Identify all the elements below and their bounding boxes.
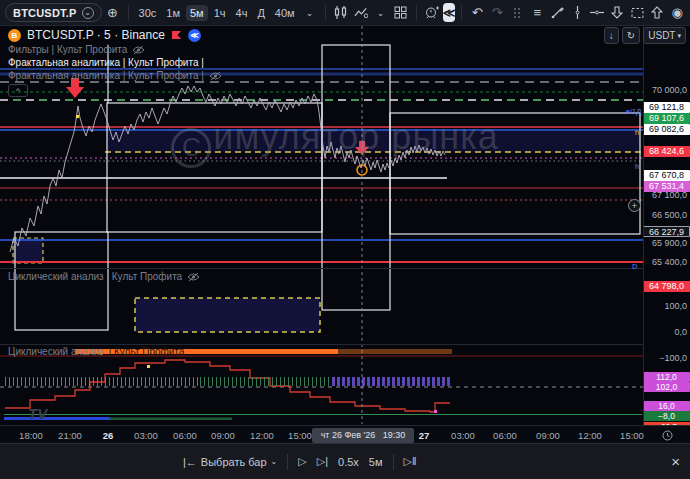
time-label: 06:00 — [493, 430, 517, 441]
brush-icon — [551, 6, 564, 19]
bar-replay-button-active[interactable]: ≪ — [443, 3, 456, 22]
ribbon-olive — [5, 377, 200, 386]
simulator-watermark: Симулятор рынка — [100, 116, 570, 168]
layout-grid-button[interactable] — [392, 3, 410, 23]
eye-hidden-icon[interactable] — [187, 272, 200, 282]
time-axis[interactable]: 18:00 21:00 26 03:00 06:00 09:00 12:00 1… — [0, 425, 690, 443]
price-badge-white: 69 121,8 — [643, 102, 690, 113]
chart-legend: B BTCUSDT.P · 5 · Binance ≪ Фильтры | Ку… — [8, 27, 222, 82]
interval-1d[interactable]: Д — [253, 5, 268, 21]
pane2-legend[interactable]: Циклический анализ | Культ Профита — [8, 271, 200, 282]
interval-30s[interactable]: 30с — [135, 5, 161, 21]
time-label: 15:00 — [288, 430, 312, 441]
legend-indicator-filters[interactable]: Фильтры | Культ Профита — [8, 43, 222, 56]
chart-header-buttons: ↓ ↻ USDT ▾ — [604, 27, 686, 44]
arrow-up-tool-button[interactable] — [648, 3, 666, 23]
indicator-label: Циклический анализ | Культ Профита — [8, 271, 182, 282]
redo-button[interactable]: ↷ — [488, 3, 506, 23]
marquee-tool-button[interactable] — [628, 3, 646, 23]
timezone-clock-icon[interactable] — [662, 430, 673, 441]
symbol-menu-icon[interactable]: ⌄ — [82, 7, 94, 19]
currency-selector-button[interactable]: USDT ▾ — [643, 27, 686, 44]
candlestick-price-path — [10, 86, 445, 252]
chart-type-button[interactable] — [332, 3, 350, 23]
replay-interval-button[interactable]: 5м — [369, 456, 383, 468]
candles-icon — [334, 6, 347, 19]
cycle-step-line — [5, 360, 450, 412]
time-label: 12:00 — [250, 430, 274, 441]
watermark-text: имулятор рынка — [213, 116, 498, 157]
speed-button[interactable]: 0.5x — [338, 456, 359, 468]
indicators-button[interactable] — [352, 3, 370, 23]
replay-mode-badge-icon: ≪ — [188, 29, 201, 42]
vertical-line-tool-button[interactable] — [568, 3, 586, 23]
scale-label: 66 500,0 — [643, 210, 690, 221]
record-button[interactable]: ◉ — [668, 3, 686, 23]
arrow-down-tool-button[interactable] — [608, 3, 626, 23]
replay-controls: |← Выбрать бар ⌄ ▷ ▷| 0.5x 5м ▷‖ — [183, 454, 417, 470]
indicators-icon — [354, 6, 368, 19]
pane-collapse-button[interactable]: ^ — [8, 84, 28, 97]
pane-separator[interactable] — [0, 268, 690, 269]
brush-button[interactable] — [548, 3, 566, 23]
undo-button[interactable]: ↶ — [468, 3, 486, 23]
time-label: 03:00 — [451, 430, 475, 441]
interval-4h[interactable]: 4ч — [232, 5, 252, 21]
jump-to-end-button[interactable]: ▷‖ — [404, 455, 417, 468]
indicator-label: Фрактальная аналитика | Культ Профита | — [8, 70, 204, 81]
alert-button[interactable] — [423, 3, 441, 23]
pane3-legend[interactable]: Циклический анализ | Культ Профита — [8, 346, 184, 357]
bitcoin-logo-icon: B — [8, 29, 21, 42]
legend-symbol-title[interactable]: BTCUSDT.P · 5 · Binance — [27, 28, 165, 42]
tradingview-app: BTCUSDT.P ⌄ ⊕ 30с 1м 5м 1ч 4ч Д 40м ⌄ ⌄ … — [0, 0, 690, 479]
indicator-label-highlighted: | Культ Профита — [109, 346, 185, 357]
pane-separator[interactable] — [0, 344, 690, 345]
currency-label: USDT — [648, 30, 675, 41]
crosshair-time-badge: чт 26 Фев '26 19:30 — [312, 428, 414, 443]
pane3-badge: 16,0 — [643, 401, 690, 411]
step-forward-button[interactable]: ▷| — [317, 455, 328, 468]
interval-1h[interactable]: 1ч — [210, 5, 230, 21]
interval-5m-active[interactable]: 5м — [186, 5, 208, 21]
time-label: 09:00 — [211, 430, 235, 441]
interval-chevron-icon[interactable]: ⌄ — [301, 3, 319, 23]
pane3-badge: 112,0 — [643, 372, 690, 382]
time-label: 15:00 — [620, 430, 644, 441]
object-tree-button[interactable]: ≡ — [528, 3, 546, 23]
toolbar-divider — [461, 5, 462, 21]
level-tag-h: h — [635, 128, 639, 137]
legend-indicator-fractal-active[interactable]: Фрактальная аналитика | Культ Профита | — [8, 56, 222, 69]
time-label: 03:00 — [134, 430, 158, 441]
indicators-chevron-icon[interactable]: ⌄ — [372, 3, 390, 23]
download-button[interactable]: ↓ — [604, 27, 619, 44]
interval-1m[interactable]: 1м — [162, 5, 184, 21]
price-badge-white: 67 670,8 — [643, 170, 690, 181]
play-button[interactable]: ▷ — [298, 455, 306, 468]
interval-40m[interactable]: 40м — [271, 5, 299, 21]
eye-hidden-icon[interactable] — [209, 71, 222, 81]
indicator-label: Циклический анализ — [8, 346, 104, 357]
arrow-up-icon — [651, 6, 663, 19]
reset-chart-button[interactable]: ↻ — [622, 27, 640, 44]
watermark-circle-letter: С — [171, 128, 211, 168]
eye-hidden-icon[interactable] — [132, 45, 145, 55]
replay-toolbar: |← Выбрать бар ⌄ ▷ ▷| 0.5x 5м ▷‖ × — [0, 443, 690, 479]
arrow-down-icon — [611, 6, 623, 19]
price-scale[interactable]: 70 000,0 67 100,0 66 500,0 65 900,0 65 4… — [643, 25, 690, 425]
horizontal-line-tool-button[interactable] — [588, 3, 606, 23]
legend-indicator-fractal-hidden[interactable]: Фрактальная аналитика | Культ Профита | — [8, 69, 222, 82]
symbol-search-button[interactable]: BTCUSDT.P ⌄ — [5, 3, 102, 22]
time-label-day: 26 — [103, 430, 114, 441]
level-tag-vd: в/1Д — [626, 107, 641, 116]
compare-add-button[interactable]: ⊕ — [104, 3, 122, 23]
red-flag-icon[interactable] — [171, 30, 182, 41]
close-replay-button[interactable]: × — [671, 453, 680, 470]
time-label: 12:00 — [578, 430, 602, 441]
legend-symbol-row[interactable]: B BTCUSDT.P · 5 · Binance ≪ — [8, 27, 222, 43]
scale-label: 65 400,0 — [643, 257, 690, 268]
ribbon-green — [200, 377, 332, 386]
toolbar-border — [0, 25, 690, 26]
drawing-palette-handle[interactable] — [508, 3, 526, 23]
select-bar-button[interactable]: |← Выбрать бар ⌄ — [183, 456, 277, 468]
add-alert-plus-icon[interactable]: + — [628, 199, 641, 212]
